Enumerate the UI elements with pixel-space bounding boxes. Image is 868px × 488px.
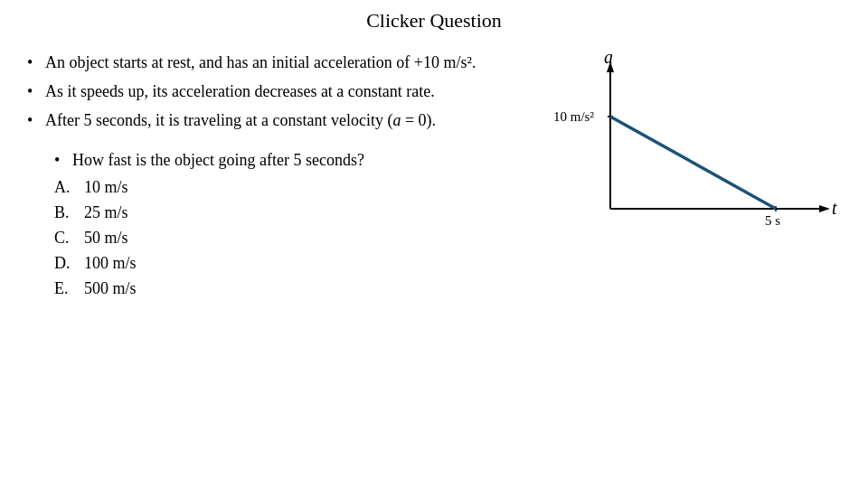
bullet-1: An object starts at rest, and has an ini…	[27, 51, 515, 74]
bullet-2: As it speeds up, its acceleration decrea…	[27, 80, 515, 103]
graph-svg: a t 10 m/s² 5 s	[552, 51, 841, 249]
svg-text:5 s: 5 s	[765, 213, 780, 228]
answer-c: C. 50 m/s	[54, 226, 515, 251]
page-title: Clicker Question	[0, 9, 868, 33]
answer-a: A. 10 m/s	[54, 175, 515, 201]
answer-d: D. 100 m/s	[54, 251, 515, 277]
svg-text:a: a	[604, 51, 613, 67]
graph-container: a t 10 m/s² 5 s	[552, 51, 841, 249]
answer-b: B. 25 m/s	[54, 201, 515, 226]
svg-marker-4	[819, 205, 830, 212]
answer-e: E. 500 m/s	[54, 277, 515, 302]
bullet-3: After 5 seconds, it is traveling at a co…	[27, 108, 515, 132]
graph-area: a t 10 m/s² 5 s	[533, 51, 841, 302]
svg-text:10 m/s²: 10 m/s²	[553, 109, 594, 124]
sub-section: How fast is the object going after 5 sec…	[27, 148, 515, 302]
left-panel: An object starts at rest, and has an ini…	[27, 51, 515, 302]
bullet-list: An object starts at rest, and has an ini…	[27, 51, 515, 132]
svg-line-11	[610, 117, 776, 209]
svg-text:t: t	[832, 198, 837, 218]
answer-list: A. 10 m/s B. 25 m/s C. 50 m/s D. 100 m/s…	[54, 175, 515, 301]
sub-question: How fast is the object going after 5 sec…	[54, 148, 515, 172]
